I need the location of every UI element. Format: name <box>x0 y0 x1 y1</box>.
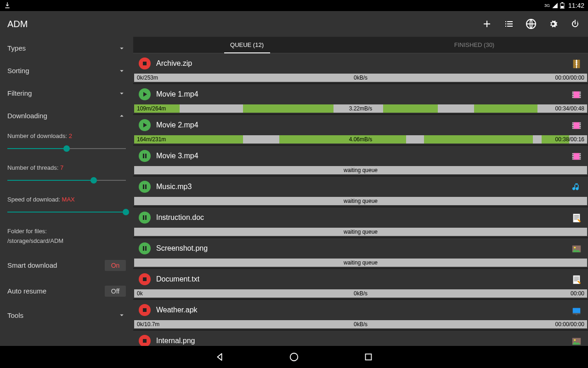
download-item[interactable]: Screenshot.png waiting queue <box>133 238 588 269</box>
zip-icon <box>571 58 582 69</box>
svg-rect-17 <box>579 92 581 93</box>
svg-rect-53 <box>574 219 577 219</box>
download-item[interactable]: Movie 2.mp4 164m/231m4.06mB/s00:38/00:16 <box>133 115 588 146</box>
pause-button[interactable] <box>139 242 151 254</box>
download-item[interactable]: Internal.png <box>133 331 588 346</box>
back-icon[interactable] <box>215 352 225 362</box>
svg-rect-34 <box>572 153 581 160</box>
home-icon[interactable] <box>289 352 299 362</box>
svg-rect-19 <box>579 95 581 96</box>
num-downloads-value: 2 <box>69 132 72 139</box>
size-text: 0k/253m <box>137 74 158 82</box>
download-list[interactable]: Archive.zip 0k/253m0kB/s00:00/00:00 Movi… <box>133 53 588 346</box>
svg-rect-31 <box>579 128 581 129</box>
num-downloads-slider[interactable] <box>7 143 126 154</box>
stop-button[interactable] <box>139 304 151 316</box>
time-text: 00:38/00:16 <box>555 135 584 144</box>
svg-rect-60 <box>574 277 579 277</box>
svg-rect-20 <box>579 97 581 98</box>
stop-button[interactable] <box>139 58 151 69</box>
smart-download-row[interactable]: Smart download On <box>0 253 133 278</box>
svg-rect-52 <box>574 218 579 218</box>
download-item[interactable]: Music.mp3 waiting queue <box>133 177 588 207</box>
sidebar-filtering-label: Filtering <box>7 89 32 97</box>
tab-finished[interactable]: FINISHED (30) <box>361 37 588 53</box>
image-icon <box>571 243 582 254</box>
sidebar: Types Sorting Filtering Downloading Numb… <box>0 37 133 346</box>
file-name: Movie 3.mp4 <box>156 152 566 160</box>
svg-rect-68 <box>143 339 147 343</box>
sidebar-sorting[interactable]: Sorting <box>0 59 133 82</box>
sidebar-downloading[interactable]: Downloading <box>0 104 133 127</box>
add-icon[interactable] <box>481 18 492 29</box>
download-item[interactable]: Document.txt 0k0kB/s00:00 <box>133 269 588 300</box>
svg-rect-28 <box>579 123 581 124</box>
android-nav-bar <box>0 346 588 368</box>
download-item[interactable]: Archive.zip 0k/253m0kB/s00:00/00:00 <box>133 53 588 84</box>
file-name: Movie 1.mp4 <box>156 90 566 98</box>
svg-rect-67 <box>576 314 577 315</box>
download-item[interactable]: Movie 3.mp4 waiting queue <box>133 146 588 177</box>
svg-rect-27 <box>572 128 574 129</box>
apk-icon <box>571 305 582 316</box>
chevron-up-icon <box>118 112 126 120</box>
pause-button[interactable] <box>139 181 151 193</box>
num-threads-row: Number of threads: 7 <box>0 159 133 186</box>
image-icon <box>571 335 582 346</box>
sidebar-downloading-label: Downloading <box>7 112 47 120</box>
svg-rect-48 <box>145 215 147 220</box>
speed-text: 0kB/s <box>354 320 368 328</box>
size-text: 164m/231m <box>137 135 166 144</box>
file-name: Music.mp3 <box>156 183 566 191</box>
size-text: 0k <box>137 289 143 298</box>
main: QUEUE (12) FINISHED (30) Archive.zip 0k/… <box>133 37 588 346</box>
time-text: 00:00/00:00 <box>555 74 584 82</box>
download-item[interactable]: Weather.apk 0k/10.7m0kB/s00:00/00:00 <box>133 300 588 331</box>
speed-text: 0kB/s <box>354 289 368 298</box>
folder-block[interactable]: Folder for files: /storage/sdcard/ADM <box>0 222 133 253</box>
sidebar-tools[interactable]: Tools <box>0 304 133 327</box>
chevron-down-icon <box>118 89 126 98</box>
download-item[interactable]: Movie 1.mp4 109m/264m3.22mB/s00:34/00:48 <box>133 84 588 115</box>
doc-icon <box>571 212 582 223</box>
gear-icon[interactable] <box>548 18 559 29</box>
progress-bar: 0k/253m0kB/s00:00/00:00 <box>134 74 587 82</box>
time-text: 00:00/00:00 <box>555 320 584 328</box>
play-button[interactable] <box>139 88 151 100</box>
num-threads-slider[interactable] <box>7 175 126 186</box>
sidebar-filtering[interactable]: Filtering <box>0 82 133 104</box>
status-text: waiting queue <box>344 228 378 236</box>
svg-rect-63 <box>574 281 577 281</box>
sidebar-types[interactable]: Types <box>0 37 133 59</box>
folder-value: /storage/sdcard/ADM <box>7 236 126 246</box>
svg-point-57 <box>574 247 576 248</box>
svg-rect-14 <box>572 93 574 94</box>
svg-rect-39 <box>572 157 574 158</box>
svg-rect-43 <box>579 157 581 158</box>
progress-bar: 0k/10.7m0kB/s00:00/00:00 <box>134 320 587 328</box>
num-threads-label: Number of threads: <box>7 164 58 171</box>
pause-button[interactable] <box>139 150 151 162</box>
power-icon[interactable] <box>570 18 581 29</box>
svg-rect-42 <box>579 155 581 156</box>
pause-button[interactable] <box>139 212 151 224</box>
speed-slider[interactable] <box>7 207 126 218</box>
music-icon <box>571 181 582 192</box>
svg-rect-54 <box>143 246 144 251</box>
auto-resume-row[interactable]: Auto resume Off <box>0 278 133 304</box>
auto-resume-label: Auto resume <box>7 287 46 295</box>
file-name: Movie 2.mp4 <box>156 121 566 129</box>
list-icon[interactable] <box>503 18 514 29</box>
svg-point-70 <box>574 339 576 341</box>
stop-button[interactable] <box>139 335 151 346</box>
globe-icon[interactable] <box>526 18 537 29</box>
stop-button[interactable] <box>139 273 151 285</box>
svg-rect-21 <box>572 122 581 129</box>
download-item[interactable]: Instruction.doc waiting queue <box>133 207 588 238</box>
recent-icon[interactable] <box>363 352 373 362</box>
video-icon <box>571 89 582 100</box>
play-button[interactable] <box>139 119 151 131</box>
svg-rect-30 <box>579 126 581 127</box>
svg-rect-46 <box>145 184 147 189</box>
tab-queue[interactable]: QUEUE (12) <box>133 37 361 53</box>
